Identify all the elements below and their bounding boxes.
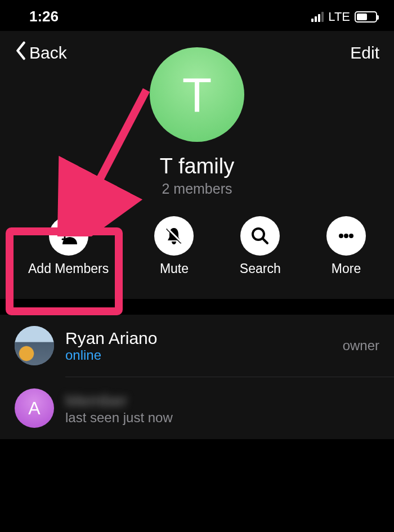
- status-right: LTE: [311, 10, 377, 24]
- avatar: A: [15, 388, 54, 428]
- member-list: Ryan Ariano online owner A Member last s…: [0, 315, 394, 439]
- mute-label: Mute: [160, 261, 189, 276]
- search-label: Search: [240, 261, 281, 276]
- member-row[interactable]: Ryan Ariano online owner: [0, 315, 394, 377]
- group-avatar-initial: T: [182, 67, 212, 123]
- bell-slash-icon: [154, 216, 194, 256]
- member-name: Ryan Ariano: [65, 329, 332, 347]
- more-icon: [326, 216, 366, 256]
- action-row: Add Members Mute Search: [15, 216, 379, 276]
- more-button[interactable]: More: [326, 216, 366, 276]
- group-avatar[interactable]: T: [150, 47, 244, 142]
- search-icon: [240, 216, 280, 256]
- group-subtitle: 2 members: [15, 181, 379, 197]
- member-row[interactable]: A Member last seen just now: [0, 377, 394, 439]
- mute-button[interactable]: Mute: [154, 216, 194, 276]
- svg-point-8: [344, 234, 348, 238]
- add-members-button[interactable]: Add Members: [28, 216, 109, 276]
- member-status: online: [65, 347, 332, 363]
- status-bar: 1:26 LTE: [0, 0, 394, 31]
- svg-point-0: [66, 227, 74, 235]
- member-status: last seen just now: [65, 410, 368, 426]
- network-label: LTE: [328, 10, 350, 24]
- battery-icon: [355, 11, 377, 23]
- svg-point-9: [349, 234, 353, 238]
- back-button[interactable]: Back: [15, 41, 67, 64]
- svg-point-7: [339, 234, 343, 238]
- group-name: T family: [15, 154, 379, 178]
- chevron-left-icon: [15, 41, 27, 64]
- member-role: owner: [343, 338, 379, 354]
- svg-line-6: [263, 239, 267, 243]
- add-members-label: Add Members: [28, 261, 109, 276]
- signal-icon: [311, 12, 324, 22]
- search-button[interactable]: Search: [240, 216, 281, 276]
- group-info-panel: Back Edit T T family 2 members Add Membe…: [0, 31, 394, 299]
- avatar-letter: A: [28, 398, 40, 419]
- more-label: More: [332, 261, 361, 276]
- edit-button[interactable]: Edit: [350, 43, 379, 62]
- status-time: 1:26: [29, 8, 59, 25]
- back-label: Back: [29, 43, 67, 62]
- avatar: [15, 326, 54, 365]
- member-name: Member: [65, 391, 122, 410]
- add-person-icon: [49, 216, 88, 256]
